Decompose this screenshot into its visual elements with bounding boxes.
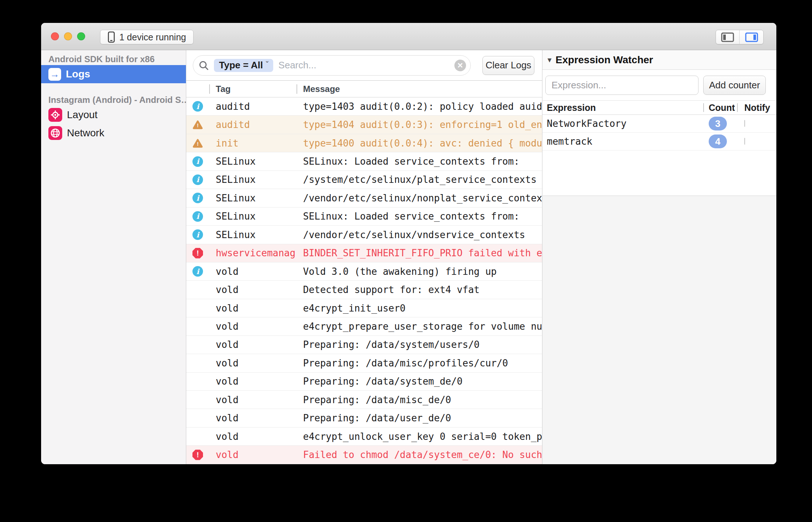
info-icon <box>192 211 203 222</box>
close-button[interactable] <box>51 32 59 40</box>
warning-icon: ! <box>192 120 203 130</box>
expression-watcher-title: Expression Watcher <box>556 54 653 66</box>
panel-toggle-group <box>716 30 764 44</box>
log-row[interactable]: ! auditd type=1403 audit(0.0:2): policy … <box>186 97 542 116</box>
right-panel-toggle-button[interactable] <box>740 30 763 44</box>
log-table-header: Tag Message <box>186 81 542 97</box>
log-tag: vold <box>209 321 296 332</box>
arrow-right-icon: → <box>48 68 61 81</box>
panel-left-icon <box>721 32 734 42</box>
log-message: Failed to chmod /data/system_ce/0: No su… <box>296 449 542 460</box>
log-message: Preparing: /data/system/users/0 <box>296 339 542 350</box>
notify-checkbox[interactable] <box>744 120 745 127</box>
log-tag: SELinux <box>209 174 296 185</box>
notify-column-header: Notify <box>737 103 776 113</box>
device-section-header: Android SDK built for x86 <box>41 52 186 65</box>
log-message: Preparing: /data/user_de/0 <box>296 413 542 423</box>
log-row[interactable]: ! vold e4crypt_init_user0 <box>186 299 542 317</box>
clear-search-icon[interactable]: ✕ <box>454 60 466 71</box>
log-message: e4crypt_prepare_user_storage for volume … <box>296 321 542 332</box>
traffic-lights <box>51 32 85 40</box>
titlebar: 1 device running <box>41 23 776 50</box>
search-bar[interactable]: Type = All ˇ ✕ <box>193 55 471 76</box>
log-tag: vold <box>209 431 296 442</box>
log-row[interactable]: ! vold Failed to chmod /data/system_ce/0… <box>186 446 542 464</box>
log-message: e4crypt_unlock_user_key 0 serial=0 token… <box>296 431 542 442</box>
log-message: Preparing: /data/misc_de/0 <box>296 394 542 405</box>
log-row[interactable]: ! vold Preparing: /data/system/users/0 <box>186 336 542 354</box>
target-icon <box>48 108 62 122</box>
log-message: type=1403 audit(0.0:2): policy loaded au… <box>296 101 542 112</box>
log-row[interactable]: ! SELinux SELinux: Loaded service_contex… <box>186 152 542 170</box>
log-row[interactable]: ! vold Preparing: /data/misc_de/0 <box>186 391 542 409</box>
clear-logs-button[interactable]: Clear Logs <box>482 56 534 75</box>
warning-icon: ! <box>192 138 203 148</box>
device-status-label: 1 device running <box>119 32 186 43</box>
log-message: type=1404 audit(0.0:3): enforcing=1 old_… <box>296 119 542 130</box>
log-tag: vold <box>209 339 296 350</box>
sidebar-item-label: Layout <box>67 109 97 121</box>
panel-right-icon <box>745 32 758 42</box>
sidebar-item-label: Network <box>67 127 104 139</box>
watcher-table-header: Expression Count Notify <box>542 100 776 115</box>
left-panel-toggle-button[interactable] <box>716 30 740 44</box>
log-row[interactable]: ! vold Vold 3.0 (the awakening) firing u… <box>186 262 542 281</box>
type-filter-chip[interactable]: Type = All ˇ <box>214 59 273 72</box>
log-tag: vold <box>209 358 296 369</box>
log-tag: vold <box>209 284 296 295</box>
log-row[interactable]: ! SELinux SELinux: Loaded service_contex… <box>186 208 542 226</box>
app-window: 1 device running <box>41 23 776 464</box>
minimize-button[interactable] <box>64 32 72 40</box>
sidebar-item-label: Logs <box>66 68 90 80</box>
add-counter-button[interactable]: Add counter <box>703 76 766 95</box>
log-message: e4crypt_init_user0 <box>296 303 542 314</box>
log-message: /vendor/etc/selinux/nonplat_service_cont… <box>296 193 542 204</box>
log-row[interactable]: ! auditd type=1404 audit(0.0:3): enforci… <box>186 116 542 134</box>
log-tag: vold <box>209 303 296 314</box>
log-tag: vold <box>209 413 296 423</box>
sidebar-item-layout[interactable]: Layout <box>41 106 186 124</box>
info-icon <box>192 156 203 167</box>
log-row[interactable]: ! vold Preparing: /data/system_de/0 <box>186 373 542 391</box>
log-message: /system/etc/selinux/plat_service_context… <box>296 174 542 185</box>
device-status-button[interactable]: 1 device running <box>100 30 194 44</box>
info-icon <box>192 101 203 112</box>
expression-watcher-body: Add counter Expression Count Notify Netw… <box>542 70 776 196</box>
info-icon <box>192 193 203 203</box>
log-tag: vold <box>209 449 296 460</box>
log-tag: vold <box>209 266 296 277</box>
log-tag: SELinux <box>209 156 296 167</box>
log-row[interactable]: ! SELinux /system/etc/selinux/plat_servi… <box>186 171 542 189</box>
log-row[interactable]: ! vold Detected support for: ext4 vfat <box>186 281 542 299</box>
watcher-row: memtrack 4 <box>542 133 776 150</box>
log-row[interactable]: ! SELinux /vendor/etc/selinux/vndservice… <box>186 226 542 244</box>
app-section-header: Instagram (Android) - Android S… <box>41 93 186 106</box>
log-table-body: ! auditd type=1403 audit(0.0:2): policy … <box>186 97 542 464</box>
search-input[interactable] <box>278 60 449 71</box>
expression-watcher-header[interactable]: ▾ Expression Watcher <box>542 50 776 70</box>
sidebar-item-logs[interactable]: → Logs <box>41 65 186 83</box>
info-icon <box>192 266 203 277</box>
globe-icon <box>48 126 62 140</box>
log-tag: hwservicemanag <box>209 248 296 258</box>
log-message: Preparing: /data/system_de/0 <box>296 376 542 387</box>
svg-text:!: ! <box>197 141 199 147</box>
log-message: Preparing: /data/misc/profiles/cur/0 <box>296 358 542 369</box>
log-row[interactable]: ! vold Preparing: /data/user_de/0 <box>186 409 542 427</box>
notify-checkbox[interactable] <box>744 138 745 145</box>
zoom-button[interactable] <box>77 32 85 40</box>
log-message: type=1400 audit(0.0:4): avc: denied { mo… <box>296 138 542 149</box>
log-row[interactable]: ! SELinux /vendor/etc/selinux/nonplat_se… <box>186 189 542 207</box>
log-row[interactable]: ! init type=1400 audit(0.0:4): avc: deni… <box>186 134 542 152</box>
expression-input[interactable] <box>545 76 698 95</box>
count-badge: 4 <box>709 134 727 148</box>
watcher-row: NetworkFactory 3 <box>542 115 776 133</box>
sidebar-item-network[interactable]: Network <box>41 124 186 142</box>
type-filter-label: Type = All <box>219 60 263 71</box>
log-row[interactable]: ! vold e4crypt_prepare_user_storage for … <box>186 317 542 336</box>
log-row[interactable]: ! vold Preparing: /data/misc/profiles/cu… <box>186 354 542 372</box>
expression-watcher-panel: ▾ Expression Watcher Add counter Express… <box>542 50 776 464</box>
log-row[interactable]: ! hwservicemanag BINDER_SET_INHERIT_FIFO… <box>186 244 542 262</box>
log-tag: SELinux <box>209 229 296 240</box>
log-row[interactable]: ! vold e4crypt_unlock_user_key 0 serial=… <box>186 427 542 446</box>
